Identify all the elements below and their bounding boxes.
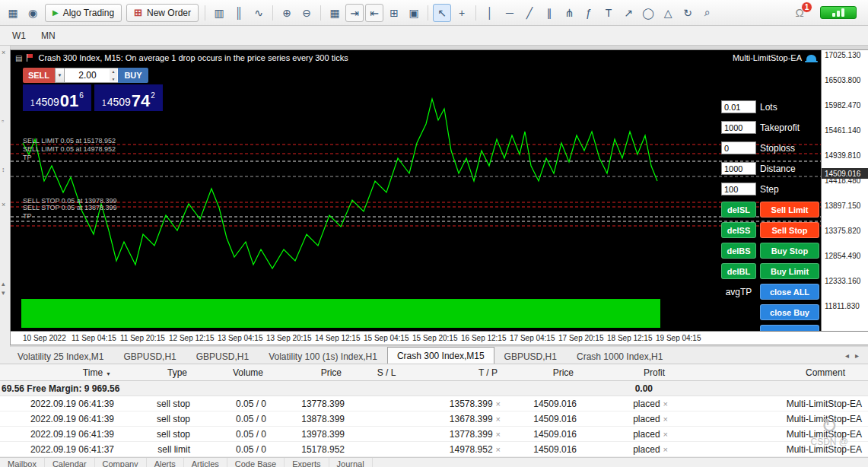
cursor-icon[interactable]: ↖ [433, 4, 451, 22]
zoom-in-icon[interactable]: ⊕ [278, 4, 296, 22]
cancel-order-icon[interactable]: × [496, 430, 501, 439]
sell-button[interactable]: SELL [23, 68, 55, 83]
cancel-order-icon[interactable]: × [496, 399, 501, 408]
price-scale[interactable]: 14509.016 17025.13016503.80015982.470154… [821, 50, 868, 331]
profile-icon[interactable]: ◉ [24, 4, 42, 22]
close-buy-button[interactable]: close Buy [760, 304, 819, 320]
connection-status-icon[interactable] [820, 6, 857, 19]
sell-limit-button[interactable]: Sell Limit [760, 202, 819, 218]
spin-up-icon[interactable]: ▲ [112, 69, 116, 74]
arrow-object-icon[interactable]: ↗ [619, 4, 637, 22]
toolbox-tab-calendar[interactable]: Calendar [45, 458, 95, 467]
cancel-order-icon[interactable]: × [496, 445, 501, 454]
line-chart-icon[interactable]: ∿ [250, 4, 268, 22]
andrews-pitchfork-icon[interactable]: ⋔ [560, 4, 578, 22]
zoom-out-icon[interactable]: ⊖ [297, 4, 316, 22]
restore-window-icon[interactable]: ▫ [2, 117, 4, 125]
fibonacci-icon[interactable]: ƒ [580, 4, 598, 22]
delbs-button[interactable]: delBS [721, 243, 756, 259]
crosshair-icon[interactable]: + [453, 4, 471, 22]
column-header-time[interactable]: Time▼ [0, 367, 122, 378]
ea-input-stoploss[interactable] [721, 141, 756, 154]
new-window-icon[interactable]: ⊞ [385, 4, 403, 22]
spin-down-icon[interactable]: ▼ [112, 77, 116, 81]
ea-input-step[interactable] [721, 183, 756, 195]
toolbox-tab-alerts[interactable]: Alerts [147, 458, 184, 467]
triangle-icon[interactable]: △ [659, 4, 677, 22]
close-all-button[interactable]: close ALL [760, 284, 819, 300]
timeframe-w1[interactable]: W1 [6, 28, 32, 43]
ea-input-lots[interactable] [721, 100, 756, 113]
toolbox-tab-code-base[interactable]: Code Base [227, 458, 285, 467]
column-header-comment[interactable]: Comment [676, 367, 868, 378]
scroll-up-icon[interactable]: ▴ [2, 280, 5, 288]
ea-input-distance[interactable] [721, 162, 756, 175]
horizontal-line-icon[interactable]: ─ [501, 4, 519, 22]
sell-stop-button[interactable]: Sell Stop [760, 222, 819, 238]
buy-button[interactable]: BUY [118, 68, 148, 83]
partial-button[interactable] [760, 325, 819, 331]
tab-scroll-right-icon[interactable]: ▸ [855, 351, 859, 360]
equidistant-channel-icon[interactable]: ∥ [540, 4, 558, 22]
tab-scroll-left-icon[interactable]: ◂ [845, 351, 849, 360]
column-header-s-l[interactable]: S / L [352, 367, 421, 378]
cycle-lines-icon[interactable]: ↻ [679, 4, 697, 22]
buy-limit-button[interactable]: Buy Limit [760, 263, 819, 279]
volume-spinner[interactable]: ▲ ▼ [110, 69, 117, 81]
column-header-price[interactable]: Price [508, 367, 584, 378]
cancel-order-icon[interactable]: × [496, 415, 501, 424]
column-header-volume[interactable]: Volume [198, 367, 274, 378]
volume-dropdown[interactable]: ▼ [55, 68, 65, 83]
docked-window-strip: ×▫↕×▴▾ [0, 46, 11, 347]
toolbox-tab-mailbox[interactable]: Mailbox [0, 458, 45, 467]
close-panel-icon[interactable]: × [2, 201, 5, 208]
close-window-icon[interactable]: × [2, 49, 5, 56]
tile-windows-icon[interactable]: ▦ [326, 4, 344, 22]
delss-button[interactable]: delSS [721, 222, 756, 238]
toolbox-tab-company[interactable]: Company [95, 458, 147, 467]
screenshot-icon[interactable]: ▣ [405, 4, 423, 22]
timeframe-mn[interactable]: MN [35, 28, 62, 43]
toolbox-tab-journal[interactable]: Journal [329, 458, 373, 467]
new-order-label: New Order [147, 8, 191, 18]
chart-tab-crash-300-index-m15[interactable]: Crash 300 Index,M15 [387, 347, 494, 364]
time-axis[interactable]: 10 Sep 202211 Sep 04:1511 Sep 20:1512 Se… [11, 331, 868, 345]
ellipse-icon[interactable]: ◯ [639, 4, 657, 22]
scroll-down-icon[interactable]: ▾ [2, 289, 5, 297]
chart-tab-volatility-25-index-m1[interactable]: Volatility 25 Index,M1 [8, 349, 113, 364]
new-chart-icon[interactable]: ▦ [4, 4, 22, 22]
chart-tabs: Volatility 25 Index,M1GBPUSD,H1GBPUSD,H1… [8, 347, 672, 364]
toolbox-tab-experts[interactable]: Experts [285, 458, 329, 467]
column-header-profit[interactable]: Profit [584, 367, 676, 378]
bar-chart-icon[interactable]: ▥ [210, 4, 228, 22]
cancel-order-icon[interactable]: × [663, 399, 668, 408]
buy-stop-button[interactable]: Buy Stop [760, 243, 819, 259]
chart-canvas[interactable]: SELL ▼ ▲ ▼ BUY [11, 65, 821, 331]
candlestick-chart-icon[interactable]: ║ [230, 4, 248, 22]
chart-tab-crash-1000-index-h1[interactable]: Crash 1000 Index,H1 [567, 349, 672, 364]
column-header-t-p[interactable]: T / P [421, 367, 508, 378]
chart-shift-icon[interactable]: ⇤ [365, 4, 383, 22]
ea-input-takeprofit[interactable] [721, 121, 756, 134]
cancel-order-icon[interactable]: × [663, 445, 668, 454]
new-order-button[interactable]: ⊞ New Order [126, 4, 199, 22]
trendline-icon[interactable]: ╱ [520, 4, 539, 22]
column-header-price[interactable]: Price [274, 367, 352, 378]
notification-icon[interactable]: Ω 1 [791, 5, 808, 21]
text-label-icon[interactable]: T [599, 4, 618, 22]
chart-tab-gbpusd-h1[interactable]: GBPUSD,H1 [113, 349, 186, 364]
cancel-order-icon[interactable]: × [663, 430, 668, 439]
chart-tab-volatility-100-1s-index-h1[interactable]: Volatility 100 (1s) Index,H1 [259, 349, 387, 364]
chart-tab-gbpusd-h1[interactable]: GBPUSD,H1 [186, 349, 259, 364]
algo-trading-button[interactable]: ▶ Algo Trading [45, 4, 122, 22]
splitter-icon[interactable]: ↕ [2, 166, 5, 173]
delbl-button[interactable]: delBL [721, 263, 756, 279]
cancel-order-icon[interactable]: × [663, 415, 668, 424]
column-header-type[interactable]: Type [122, 367, 198, 378]
auto-scroll-icon[interactable]: ⇥ [345, 4, 364, 22]
delsl-button[interactable]: delSL [721, 202, 756, 218]
search-icon[interactable]: ⌕ [698, 4, 717, 22]
toolbox-tab-articles[interactable]: Articles [184, 458, 227, 467]
chart-tab-gbpusd-h1[interactable]: GBPUSD,H1 [494, 349, 567, 364]
vertical-line-icon[interactable]: │ [481, 4, 499, 22]
